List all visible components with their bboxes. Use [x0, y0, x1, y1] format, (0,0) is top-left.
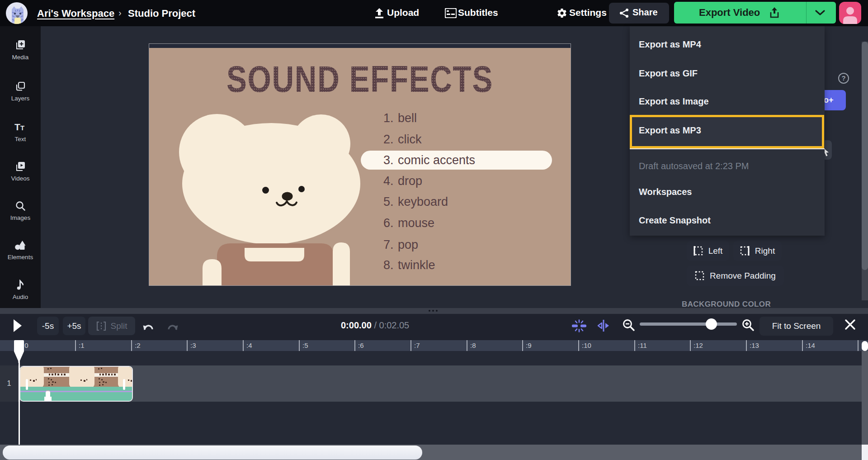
- svg-text:T: T: [20, 124, 24, 132]
- svg-text:T: T: [14, 122, 20, 132]
